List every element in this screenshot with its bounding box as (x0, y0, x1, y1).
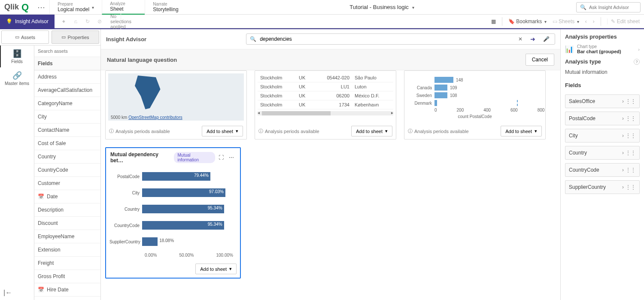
field-item[interactable]: City (34, 110, 100, 124)
tab-analyze[interactable]: Analyze Sheet (102, 0, 145, 15)
collapse-panel-icon[interactable]: |← (0, 285, 34, 300)
add-to-sheet-button[interactable]: Add to sheet ▾ (195, 264, 237, 274)
global-menu-icon[interactable]: ⋯ (33, 3, 49, 12)
field-item[interactable]: CountryCode (34, 164, 100, 177)
drag-handle-icon[interactable]: ⋮⋮ (626, 133, 636, 139)
analysis-pill[interactable]: Mutual information (174, 152, 215, 163)
field-chip[interactable]: Country›⋮⋮ (565, 146, 640, 160)
drag-handle-icon[interactable]: ⋮⋮ (626, 184, 636, 190)
app-logo[interactable]: Qlik Q (0, 2, 33, 13)
table-row[interactable]: StockholmUKLU1Luton (258, 82, 393, 91)
table-viz[interactable]: StockholmUK05442-020São PauloStockholmUK… (258, 73, 393, 109)
prev-sheet-icon[interactable]: ‹ (585, 18, 587, 24)
field-item[interactable]: CategoryName (34, 97, 100, 110)
drag-handle-icon[interactable]: ⋮⋮ (626, 115, 636, 121)
sheets-button[interactable]: ▭ Sheets (553, 18, 579, 24)
field-item[interactable]: Customer (34, 177, 100, 190)
field-item[interactable]: EmployeeName (34, 230, 100, 243)
chevron-right-icon[interactable]: › (622, 133, 624, 139)
fields-search[interactable] (34, 45, 100, 57)
smart-search-icon[interactable]: ⌖ (60, 18, 67, 24)
chevron-right-icon[interactable]: › (622, 184, 624, 190)
app-title[interactable]: Tutorial - Business logic (188, 4, 576, 10)
field-item[interactable]: Country (34, 150, 100, 164)
nlq-label: Natural language question (107, 57, 177, 63)
assets-toggle[interactable]: ▭ Assets (1, 30, 49, 44)
field-chip[interactable]: PostalCode›⋮⋮ (565, 112, 640, 125)
chart-type-row[interactable]: 📊 Chart type Bar chart (grouped) › (565, 44, 640, 54)
insight-advisor-button[interactable]: 💡 Insight Advisor (0, 15, 55, 28)
analysis-periods[interactable]: ⓘAnalysis periods available (408, 128, 469, 134)
field-item[interactable]: Description (34, 203, 100, 217)
clear-search-icon[interactable]: ✕ (516, 36, 524, 42)
chevron-right-icon[interactable]: › (622, 115, 624, 121)
field-item[interactable]: Cost of Sale (34, 137, 100, 150)
clear-sel-icon[interactable]: ⊘ (96, 18, 103, 24)
field-item[interactable]: Gross Profit (34, 270, 100, 283)
map-viz[interactable]: 5000 km OpenStreetMap contributors (108, 73, 244, 121)
insight-search[interactable]: 🔍 ✕ ➜ 🎤 (246, 33, 555, 45)
submit-arrow-icon[interactable]: ➜ (528, 36, 538, 42)
field-item[interactable]: Freight (34, 257, 100, 270)
drag-handle-icon[interactable]: ⋮⋮ (626, 150, 636, 156)
chevron-down-icon[interactable] (411, 4, 414, 10)
field-item[interactable]: Discount (34, 217, 100, 230)
bookmarks-button[interactable]: 🔖 Bookmarks (508, 18, 547, 24)
mutual-info-chart[interactable]: PostalCode79.44%City97.03%Country95.34%C… (106, 167, 240, 260)
drag-handle-icon[interactable]: ⋮⋮ (626, 98, 636, 104)
nav-fields[interactable]: 🗄️ Fields (0, 45, 34, 67)
tab-prepare[interactable]: Prepare Logical model (49, 0, 102, 14)
chevron-down-icon[interactable] (544, 18, 547, 24)
chevron-right-icon[interactable]: › (622, 98, 624, 104)
h-scrollbar[interactable]: ◂ ▸ (258, 111, 393, 115)
expand-icon[interactable]: ⛶ (219, 155, 224, 161)
fields-search-input[interactable] (38, 48, 97, 54)
grid-icon[interactable]: ▦ (491, 18, 496, 24)
chevron-right-icon[interactable]: › (638, 47, 640, 52)
table-row[interactable]: StockholmUK06200México D.F. (258, 91, 393, 100)
microphone-icon[interactable]: 🎤 (541, 36, 551, 42)
table-row[interactable]: StockholmUK1734København (258, 100, 393, 109)
field-item[interactable]: AverageCallSatisfaction (34, 84, 100, 97)
help-icon[interactable]: ? (634, 59, 640, 65)
edit-sheet-button[interactable]: ✎ Edit sheet (607, 18, 640, 24)
map-credit-link[interactable]: OpenStreetMap contributors (128, 115, 182, 120)
chevron-right-icon[interactable]: › (622, 167, 624, 173)
table-row[interactable]: StockholmUK05442-020São Paulo (258, 73, 393, 82)
field-chip[interactable]: City›⋮⋮ (565, 129, 640, 142)
field-item[interactable]: 📅Date (34, 190, 100, 203)
minibar-viz[interactable]: 148Canada109Sweden108Denmark020040060080… (407, 73, 543, 121)
drag-handle-icon[interactable]: ⋮⋮ (626, 167, 636, 173)
field-chip[interactable]: SalesOffice›⋮⋮ (565, 94, 640, 108)
scroll-thumb[interactable] (262, 111, 331, 115)
scroll-left-icon[interactable]: ◂ (258, 110, 260, 115)
chevron-right-icon[interactable]: › (622, 150, 624, 156)
ask-insight-search[interactable]: 🔍 (576, 2, 641, 12)
fields-header: Fields (34, 57, 100, 70)
next-sheet-icon[interactable]: › (593, 18, 595, 24)
fields-list[interactable]: AddressAverageCallSatisfactionCategoryNa… (34, 70, 100, 300)
field-chip[interactable]: CountryCode›⋮⋮ (565, 163, 640, 177)
field-chip[interactable]: SupplierCountry›⋮⋮ (565, 180, 640, 194)
field-item[interactable]: 📅Hire Date (34, 283, 100, 297)
cancel-button[interactable]: Cancel (526, 54, 554, 66)
nav-master-items[interactable]: 🔗 Master items (0, 67, 34, 89)
cards-area[interactable]: 5000 km OpenStreetMap contributors ⓘAnal… (101, 70, 560, 300)
step-back-icon[interactable]: ⎌ (72, 18, 79, 24)
field-item[interactable]: Address (34, 70, 100, 84)
add-to-sheet-button[interactable]: Add to sheet ▾ (351, 126, 392, 136)
field-item[interactable]: ContactName (34, 124, 100, 137)
add-to-sheet-button[interactable]: Add to sheet ▾ (501, 126, 542, 136)
insight-search-input[interactable] (260, 36, 513, 42)
field-item[interactable]: Extension (34, 243, 100, 257)
properties-toggle[interactable]: ▭ Properties (52, 30, 99, 44)
scroll-right-icon[interactable]: ▸ (391, 110, 393, 115)
tab-narrate[interactable]: Narrate Storytelling (145, 0, 188, 14)
more-icon[interactable]: ⋯ (227, 155, 236, 161)
step-fwd-icon[interactable]: ↻ (84, 18, 91, 24)
analysis-periods[interactable]: ⓘAnalysis periods available (258, 128, 319, 134)
add-to-sheet-button[interactable]: Add to sheet ▾ (202, 126, 243, 136)
ask-insight-input[interactable] (589, 5, 637, 10)
chevron-down-icon[interactable] (91, 4, 94, 10)
analysis-periods[interactable]: ⓘAnalysis periods available (109, 128, 170, 134)
